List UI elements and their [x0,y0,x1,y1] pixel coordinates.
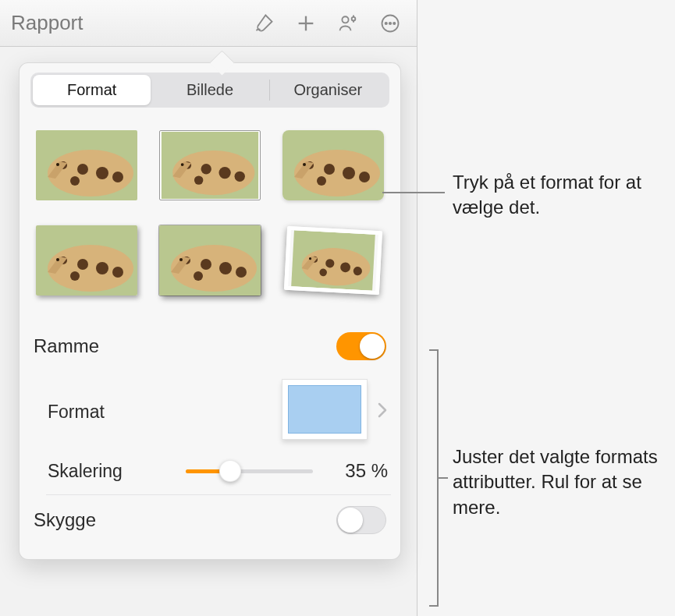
format-row[interactable]: Format [48,371,388,452]
svg-point-21 [201,164,211,174]
ramme-label: Ramme [34,335,336,357]
svg-point-16 [70,176,80,186]
svg-point-7 [385,22,387,23]
app-toolbar: Rapport [0,0,417,47]
svg-point-14 [96,167,108,179]
svg-point-29 [324,164,335,175]
styles-grid [30,122,389,304]
document-title: Rapport [11,11,83,35]
chevron-right-icon [377,400,388,424]
format-label: Format [48,402,282,423]
svg-point-30 [343,167,355,179]
svg-point-39 [112,267,123,278]
callout-line-2 [439,477,448,479]
svg-point-17 [56,163,59,166]
svg-point-22 [218,167,230,179]
svg-point-25 [181,163,184,166]
svg-point-37 [77,259,88,270]
callout-text-2: Juster det valgte formats attributter. R… [453,444,671,520]
svg-point-23 [235,172,245,182]
callout-text-1: Tryk på et format for at vælge det. [453,170,663,221]
skalering-value: 35 % [332,460,388,482]
tab-billede[interactable]: Billede [151,75,268,105]
more-icon[interactable] [375,8,406,39]
svg-point-32 [317,176,326,186]
style-thumb-5[interactable] [155,220,265,301]
svg-point-31 [359,172,370,182]
svg-point-24 [194,175,203,184]
skalering-slider[interactable] [186,463,313,479]
skygge-toggle[interactable] [336,506,386,534]
svg-point-15 [112,172,123,182]
style-thumb-3[interactable] [279,125,388,206]
tab-bar: Format Billede Organiser [30,73,389,108]
callout-bracket [431,349,439,607]
svg-point-47 [236,267,247,278]
svg-point-41 [56,258,59,261]
style-thumb-6[interactable] [276,217,389,303]
svg-point-40 [70,271,80,281]
svg-point-48 [194,271,203,281]
ramme-subsection: Format Skalering 35 % [30,371,389,490]
svg-point-3 [352,16,356,20]
style-thumb-2[interactable] [155,125,265,206]
svg-point-2 [342,16,348,23]
ramme-row: Ramme [30,321,389,371]
skalering-row: Skalering 35 % [48,452,388,490]
plus-icon[interactable] [290,8,322,39]
collab-icon[interactable] [332,8,364,39]
format-preview [282,379,368,440]
skygge-label: Skygge [34,509,336,531]
tab-organiser[interactable]: Organiser [269,75,387,105]
svg-point-45 [201,259,211,270]
svg-point-33 [303,163,306,166]
callout-line-1 [382,192,445,193]
app-window: Rapport [0,0,417,616]
skygge-row: Skygge [30,495,389,545]
style-thumb-4[interactable] [32,220,141,301]
svg-point-46 [219,262,232,274]
skalering-label: Skalering [48,461,175,482]
tab-format[interactable]: Format [33,75,151,105]
svg-point-49 [179,258,183,261]
svg-point-8 [389,22,391,23]
ramme-toggle[interactable] [336,332,386,360]
format-popover: Format Billede Organiser Ramme Format [19,62,401,560]
brush-icon[interactable] [248,8,279,39]
svg-point-13 [77,164,88,175]
svg-point-9 [393,22,395,23]
style-thumb-1[interactable] [32,125,141,206]
svg-point-38 [96,262,108,274]
